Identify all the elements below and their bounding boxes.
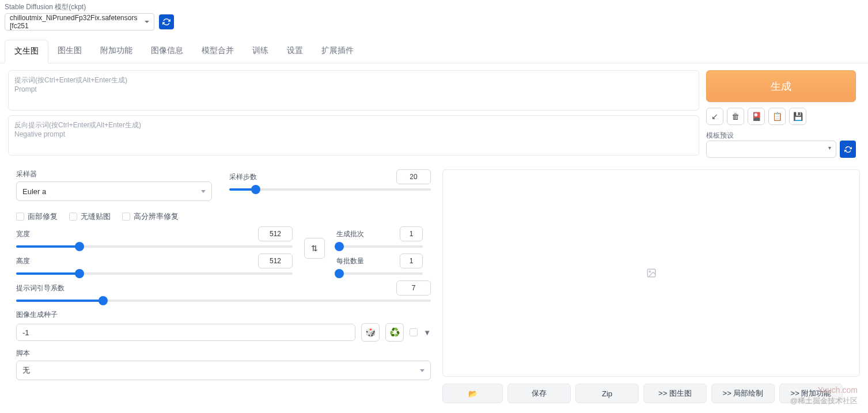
seed-extra-toggle[interactable]: ▼ xyxy=(423,328,431,337)
zip-button[interactable]: Zip xyxy=(575,384,639,403)
steps-label: 采样步数 xyxy=(229,172,257,182)
model-checkpoint-select[interactable]: chilloutmix_NiPrunedFp32Fix.safetensors … xyxy=(5,13,154,31)
refresh-icon xyxy=(844,146,852,153)
image-placeholder-icon xyxy=(646,268,657,278)
cfg-slider[interactable] xyxy=(16,300,431,302)
hires-fix-checkbox[interactable]: 高分辨率修复 xyxy=(122,211,179,222)
model-label: Stable Diffusion 模型(ckpt) xyxy=(5,2,863,12)
tab-img2img[interactable]: 图生图 xyxy=(48,40,91,63)
height-slider[interactable] xyxy=(16,272,293,275)
sampler-value: Euler a xyxy=(22,187,46,196)
prompt-placeholder-cn: 提示词(按Ctrl+Enter或Alt+Enter生成) xyxy=(14,75,693,85)
negative-prompt-input[interactable]: 反向提示词(按Ctrl+Enter或Alt+Enter生成) Negative … xyxy=(8,115,699,156)
swap-icon: ⇅ xyxy=(311,244,318,253)
save-button[interactable]: 保存 xyxy=(507,384,571,403)
watermark-site: Yuuch.com xyxy=(818,385,858,395)
tab-settings[interactable]: 设置 xyxy=(278,40,312,63)
paste-button[interactable]: 📋 xyxy=(768,108,786,125)
random-seed-button[interactable]: 🎲 xyxy=(361,323,380,342)
hires-fix-label: 高分辨率修复 xyxy=(134,211,179,222)
neg-prompt-placeholder-en: Negative prompt xyxy=(14,130,693,138)
send-inpaint-button[interactable]: >> 局部绘制 xyxy=(711,384,775,403)
preset-label: 模板预设 xyxy=(706,131,856,141)
save-style-button[interactable]: 💾 xyxy=(789,108,806,125)
batch-size-label: 每批数量 xyxy=(336,256,364,266)
cfg-value[interactable]: 7 xyxy=(396,281,431,295)
reuse-seed-button[interactable]: ♻️ xyxy=(385,323,404,342)
seed-extra-checkbox[interactable] xyxy=(410,328,418,336)
script-select[interactable]: 无 xyxy=(16,361,431,380)
tab-pnginfo[interactable]: 图像信息 xyxy=(142,40,192,63)
sampler-select[interactable]: Euler a xyxy=(16,181,212,201)
width-slider[interactable] xyxy=(16,245,293,248)
seed-value: -1 xyxy=(22,328,29,337)
script-label: 脚本 xyxy=(16,348,431,358)
pencil-icon: ↙ xyxy=(711,112,718,121)
tiling-label: 无缝贴图 xyxy=(81,211,111,222)
model-selected-value: chilloutmix_NiPrunedFp32Fix.safetensors … xyxy=(10,14,140,30)
width-label: 宽度 xyxy=(16,229,30,239)
recycle-icon: ♻️ xyxy=(389,327,400,338)
tab-merge[interactable]: 模型合并 xyxy=(192,40,243,63)
output-gallery xyxy=(442,169,860,377)
svg-point-1 xyxy=(649,271,650,272)
open-folder-button[interactable]: 📂 xyxy=(442,384,503,403)
dice-icon: 🎲 xyxy=(365,327,376,338)
generate-button[interactable]: 生成 xyxy=(706,70,856,102)
sampler-label: 采样器 xyxy=(16,169,212,179)
art-icon: 🎴 xyxy=(752,112,761,121)
steps-value[interactable]: 20 xyxy=(396,169,431,184)
clipboard-icon: 📋 xyxy=(772,112,782,121)
arrow-button[interactable]: ↙ xyxy=(706,108,723,125)
watermark-community: @稀土掘金技术社区 xyxy=(790,396,858,406)
tab-txt2img[interactable]: 文生图 xyxy=(5,40,48,63)
batch-size-value[interactable]: 1 xyxy=(400,253,423,268)
script-value: 无 xyxy=(22,365,30,376)
seed-label: 图像生成种子 xyxy=(16,310,431,320)
tab-extensions[interactable]: 扩展插件 xyxy=(312,40,363,63)
refresh-icon xyxy=(162,18,170,26)
neg-prompt-placeholder-cn: 反向提示词(按Ctrl+Enter或Alt+Enter生成) xyxy=(14,120,693,130)
height-label: 高度 xyxy=(16,256,30,266)
tab-extras[interactable]: 附加功能 xyxy=(91,40,142,63)
face-restore-label: 面部修复 xyxy=(28,211,58,222)
refresh-model-button[interactable] xyxy=(159,14,174,29)
preset-select[interactable] xyxy=(706,141,836,158)
batch-size-slider[interactable] xyxy=(336,272,423,275)
swap-dimensions-button[interactable]: ⇅ xyxy=(304,238,325,259)
folder-icon: 📂 xyxy=(468,389,477,398)
height-value[interactable]: 512 xyxy=(258,253,293,268)
tiling-checkbox[interactable]: 无缝贴图 xyxy=(69,211,111,222)
batch-count-label: 生成批次 xyxy=(336,229,364,239)
prompt-placeholder-en: Prompt xyxy=(14,85,693,93)
batch-count-slider[interactable] xyxy=(336,245,423,248)
refresh-preset-button[interactable] xyxy=(840,141,856,158)
cfg-label: 提示词引导系数 xyxy=(16,283,65,293)
send-img2img-button[interactable]: >> 图生图 xyxy=(643,384,707,403)
save-icon: 💾 xyxy=(793,112,803,121)
trash-icon: 🗑 xyxy=(731,112,740,121)
face-restore-checkbox[interactable]: 面部修复 xyxy=(16,211,58,222)
main-tabs: 文生图 图生图 附加功能 图像信息 模型合并 训练 设置 扩展插件 xyxy=(0,40,868,63)
clear-button[interactable]: 🗑 xyxy=(727,108,744,125)
seed-input[interactable]: -1 xyxy=(16,324,355,341)
styles-button[interactable]: 🎴 xyxy=(748,108,765,125)
batch-count-value[interactable]: 1 xyxy=(400,226,423,241)
prompt-input[interactable]: 提示词(按Ctrl+Enter或Alt+Enter生成) Prompt xyxy=(8,70,699,111)
width-value[interactable]: 512 xyxy=(258,226,293,241)
tab-train[interactable]: 训练 xyxy=(243,40,278,63)
steps-slider[interactable] xyxy=(229,188,431,191)
